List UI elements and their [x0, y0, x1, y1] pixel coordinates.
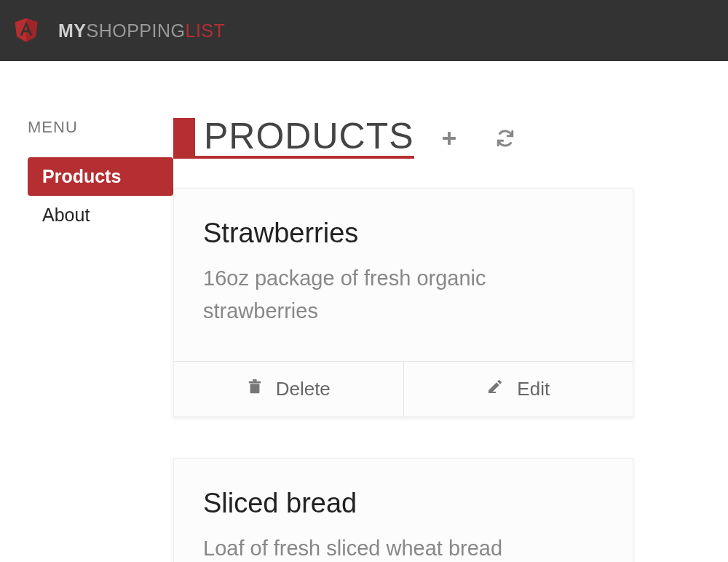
delete-label: Delete: [276, 378, 331, 400]
edit-icon: [486, 378, 504, 400]
angular-logo-icon: [13, 15, 58, 46]
sidebar-item-products[interactable]: Products: [28, 157, 173, 196]
svg-rect-4: [250, 384, 259, 393]
svg-rect-6: [253, 379, 257, 381]
brand-part-3: LIST: [185, 20, 225, 41]
title-accent-bar: [173, 118, 195, 159]
sidebar-item-about[interactable]: About: [28, 196, 173, 234]
refresh-icon: [496, 129, 515, 148]
edit-button[interactable]: Edit: [404, 362, 633, 416]
brand-part-1: MY: [58, 20, 87, 41]
menu-label: MENU: [28, 118, 173, 137]
product-card: Strawberries 16oz package of fresh organ…: [173, 188, 633, 417]
page-title-row: PRODUCTS: [173, 118, 728, 159]
add-product-button[interactable]: [440, 130, 458, 147]
main-content: PRODUCTS: [173, 118, 728, 562]
product-card: Sliced bread Loaf of fresh sliced wheat …: [173, 458, 633, 562]
sidebar-item-label: About: [42, 205, 90, 225]
product-name: Sliced bread: [203, 488, 604, 519]
plus-icon: [440, 130, 458, 147]
page-title: PRODUCTS: [195, 118, 414, 159]
app-brand: MYSHOPPINGLIST: [58, 20, 225, 41]
trash-icon: [247, 378, 263, 400]
svg-rect-3: [443, 137, 456, 140]
sidebar-item-label: Products: [42, 166, 121, 186]
app-header: MYSHOPPINGLIST: [0, 0, 728, 61]
delete-button[interactable]: Delete: [174, 362, 404, 416]
product-description: Loaf of fresh sliced wheat bread: [203, 532, 604, 562]
svg-rect-7: [488, 392, 496, 393]
svg-marker-1: [26, 18, 37, 42]
sidebar: MENU Products About: [28, 118, 173, 562]
refresh-button[interactable]: [496, 129, 515, 148]
product-description: 16oz package of fresh organic strawberri…: [203, 262, 604, 328]
brand-part-2: SHOPPING: [87, 20, 186, 41]
svg-rect-5: [248, 381, 261, 384]
edit-label: Edit: [517, 378, 550, 400]
product-name: Strawberries: [203, 218, 604, 249]
